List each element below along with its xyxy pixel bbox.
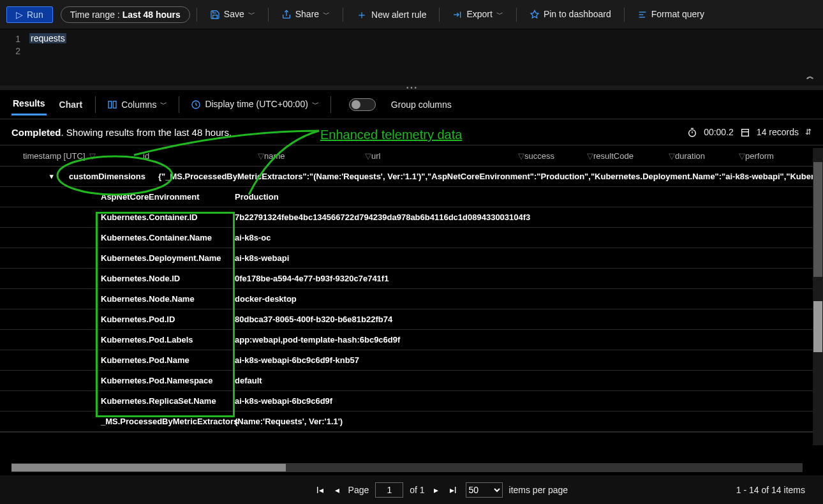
line-number: 1 — [0, 33, 20, 45]
per-page-select[interactable]: 50 — [466, 482, 503, 498]
property-value: ai-k8s-webapi-6bc9c6d9f-knb57 — [235, 355, 359, 365]
col-id[interactable]: id — [143, 151, 149, 161]
chevron-down-icon: ﹀ — [312, 100, 319, 109]
property-row: Kubernetes.Pod.Nameai-k8s-webapi-6bc9c6d… — [0, 350, 823, 371]
resize-grip[interactable]: • • • — [0, 85, 823, 90]
filter-icon[interactable]: ▽ — [739, 151, 745, 161]
prev-page-button[interactable]: ◂ — [332, 484, 342, 496]
property-row: Kubernetes.Container.Nameai-k8s-oc — [0, 228, 823, 248]
col-url[interactable]: url — [371, 151, 380, 161]
export-label: Export — [466, 9, 492, 19]
format-label: Format query — [651, 9, 704, 19]
format-button[interactable]: Format query — [631, 6, 711, 22]
first-page-button[interactable]: I◂ — [314, 484, 326, 496]
status-completed: Completed — [11, 127, 61, 138]
property-key: AspNetCoreEnvironment — [101, 192, 235, 202]
scroll-thumb[interactable] — [813, 301, 822, 352]
filter-icon[interactable]: ▽ — [365, 151, 371, 161]
display-time-button[interactable]: Display time (UTC+00:00) ﹀ — [191, 99, 318, 110]
property-row: Kubernetes.Node.ID0fe178be-a594-4e77-b93… — [0, 269, 823, 289]
columns-icon — [107, 99, 117, 110]
col-resultcode[interactable]: resultCode — [593, 151, 634, 161]
property-value: 80dbca37-8065-400f-b320-b6e81b22fb74 — [235, 315, 392, 324]
results-header: Results Chart Columns ﹀ Display time (UT… — [0, 90, 823, 119]
tab-results[interactable]: Results — [11, 93, 47, 115]
property-value: ai-k8s-webapi-6bc9c6d9f — [235, 396, 332, 406]
filter-icon[interactable]: ▽ — [89, 151, 96, 161]
property-value: default — [235, 376, 262, 385]
property-row: Kubernetes.Node.Namedocker-desktop — [0, 289, 823, 309]
time-range-picker[interactable]: Time range : Last 48 hours — [61, 6, 190, 23]
new-alert-button[interactable]: ＋ New alert rule — [350, 4, 433, 25]
expanded-customdimensions[interactable]: ▾ customDimensions {"_MS.ProcessedByMetr… — [0, 167, 823, 187]
filter-icon[interactable]: ▽ — [587, 151, 593, 161]
columns-label: Columns — [121, 100, 156, 110]
chevron-down-icon: ﹀ — [323, 10, 330, 19]
separator — [624, 8, 625, 22]
share-button[interactable]: Share ﹀ — [275, 6, 336, 22]
vertical-scrollbar[interactable] — [813, 148, 823, 445]
chevron-right-icon[interactable]: ▸ — [50, 438, 54, 440]
status-text: Completed. Showing results from the last… — [11, 127, 232, 138]
property-value: 0fe178be-a594-4e77-b93f-9320c7e741f1 — [235, 274, 389, 283]
col-success[interactable]: success — [524, 151, 554, 161]
export-button[interactable]: Export ﹀ — [446, 6, 509, 22]
col-name[interactable]: name — [264, 151, 285, 161]
editor-code[interactable]: requests — [26, 29, 823, 85]
share-label: Share — [295, 9, 319, 19]
pagination-summary: 1 - 14 of 14 items — [736, 485, 805, 495]
last-page-button[interactable]: ▸I — [447, 484, 459, 496]
group-columns-label: Group columns — [391, 100, 452, 110]
page-input[interactable] — [375, 482, 403, 498]
toolbar: ▷ Run Time range : Last 48 hours Save ﹀ … — [0, 0, 823, 29]
code-token: requests — [29, 33, 66, 43]
property-row: Kubernetes.Deployment.Nameai-k8s-webapi — [0, 248, 823, 269]
records-count: 14 records — [757, 127, 799, 137]
pin-button[interactable]: Pin to dashboard — [523, 6, 618, 22]
property-key: _MS.ProcessedByMetricExtractors — [101, 417, 235, 426]
filter-icon[interactable]: ▽ — [518, 151, 524, 161]
separator — [268, 8, 269, 22]
run-button[interactable]: ▷ Run — [6, 6, 53, 23]
scroll-thumb[interactable] — [813, 162, 822, 277]
save-button[interactable]: Save ﹀ — [204, 6, 262, 22]
property-row: Kubernetes.ReplicaSet.Nameai-k8s-webapi-… — [0, 391, 823, 411]
property-key: Kubernetes.Pod.Namespace — [101, 376, 235, 385]
save-label: Save — [224, 9, 244, 19]
property-value: (Name:'Requests', Ver:'1.1') — [235, 417, 343, 426]
per-page-label: items per page — [509, 485, 568, 495]
expanded-custommeasurements[interactable]: ▸ customMeasurements {"Process.Memory":2… — [0, 432, 823, 440]
customdimensions-label: customDimensions — [69, 172, 158, 181]
status-row: Completed. Showing results from the last… — [0, 119, 823, 145]
property-value: Production — [235, 192, 279, 202]
col-timestamp[interactable]: timestamp [UTC] — [23, 151, 85, 161]
property-key: Kubernetes.Deployment.Name — [101, 253, 235, 263]
separator — [343, 8, 343, 22]
page-label: Page — [348, 485, 369, 495]
next-page-button[interactable]: ▸ — [431, 484, 441, 496]
stopwatch-icon — [687, 126, 697, 137]
chevron-down-icon: ﹀ — [248, 10, 255, 19]
property-key: Kubernetes.Node.Name — [101, 294, 235, 304]
horizontal-scrollbar[interactable] — [11, 463, 803, 472]
results-content[interactable]: ▾ customDimensions {"_MS.ProcessedByMetr… — [0, 167, 823, 440]
chevron-down-icon[interactable]: ▾ — [50, 172, 54, 181]
scroll-thumb[interactable] — [11, 464, 286, 471]
filter-icon[interactable]: ▽ — [669, 151, 675, 161]
columns-button[interactable]: Columns ﹀ — [107, 99, 167, 110]
col-perform[interactable]: perform — [745, 151, 774, 161]
group-columns-toggle[interactable] — [349, 98, 376, 111]
pin-label: Pin to dashboard — [544, 9, 611, 19]
display-time-label: Display time (UTC+00:00) — [205, 99, 308, 109]
tab-chart[interactable]: Chart — [58, 94, 84, 115]
chevron-down-icon: ﹀ — [496, 10, 503, 19]
expand-icon[interactable]: ⇵ — [805, 128, 812, 137]
pagination: I◂ ◂ Page of 1 ▸ ▸I 50 items per page 1 … — [0, 475, 823, 504]
collapse-up-icon[interactable]: ︽ — [806, 71, 814, 82]
elapsed-time: 00:00.2 — [704, 127, 734, 137]
filter-icon[interactable]: ▽ — [258, 151, 264, 161]
query-editor[interactable]: 1 2 requests ︽ — [0, 29, 823, 85]
col-duration[interactable]: duration — [675, 151, 705, 161]
separator — [196, 8, 197, 22]
chevron-down-icon: ﹀ — [160, 100, 167, 109]
